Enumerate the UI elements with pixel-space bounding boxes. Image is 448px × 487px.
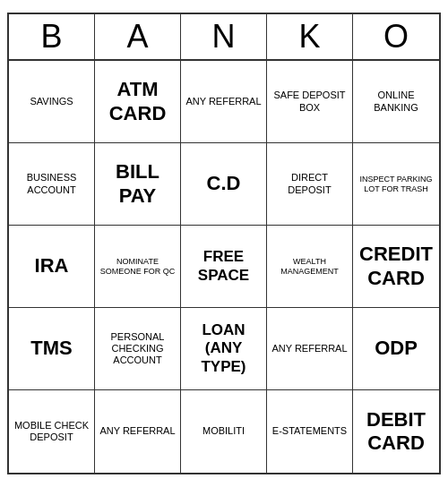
cell-text-1: ATM CARD bbox=[99, 78, 177, 125]
cell-text-6: BILL PAY bbox=[99, 160, 177, 208]
grid-cell-18: ANY REFERRAL bbox=[267, 308, 353, 390]
grid-cell-7: C.D bbox=[181, 143, 267, 226]
grid-cell-8: DIRECT DEPOSIT bbox=[267, 143, 353, 226]
bingo-card: BANKO SAVINGSATM CARDANY REFERRALSAFE DE… bbox=[7, 13, 441, 474]
grid-cell-23: E-STATEMENTS bbox=[267, 390, 353, 473]
grid-cell-14: CREDIT CARD bbox=[353, 226, 439, 308]
grid-cell-20: MOBILE CHECK DEPOSIT bbox=[9, 390, 95, 473]
header-cell-o: O bbox=[353, 14, 439, 59]
grid-cell-6: BILL PAY bbox=[95, 143, 181, 226]
cell-text-9: INSPECT PARKING LOT FOR TRASH bbox=[357, 175, 435, 194]
bingo-grid: SAVINGSATM CARDANY REFERRALSAFE DEPOSIT … bbox=[9, 61, 439, 473]
grid-cell-16: PERSONAL CHECKING ACCOUNT bbox=[95, 308, 181, 390]
header-cell-b: B bbox=[9, 14, 95, 59]
header-cell-n: N bbox=[181, 14, 267, 59]
cell-text-22: MOBILITI bbox=[202, 425, 245, 437]
grid-cell-22: MOBILITI bbox=[181, 390, 267, 473]
cell-text-2: ANY REFERRAL bbox=[185, 96, 261, 107]
grid-cell-3: SAFE DEPOSIT BOX bbox=[267, 61, 353, 143]
cell-text-17: LOAN (ANY TYPE) bbox=[185, 321, 263, 376]
grid-cell-19: ODP bbox=[353, 308, 439, 390]
cell-text-5: BUSINESS ACCOUNT bbox=[13, 172, 90, 195]
cell-text-0: SAVINGS bbox=[30, 96, 73, 107]
cell-text-23: E-STATEMENTS bbox=[272, 425, 347, 437]
grid-cell-11: NOMINATE SOMEONE FOR QC bbox=[95, 226, 181, 308]
cell-text-4: ONLINE BANKING bbox=[357, 90, 435, 113]
cell-text-15: TMS bbox=[30, 337, 72, 360]
cell-text-24: DEBIT CARD bbox=[357, 408, 435, 456]
cell-text-16: PERSONAL CHECKING ACCOUNT bbox=[99, 331, 177, 367]
grid-cell-0: SAVINGS bbox=[9, 61, 95, 143]
cell-text-12: FREE SPACE bbox=[185, 248, 263, 285]
cell-text-21: ANY REFERRAL bbox=[99, 425, 175, 437]
header-cell-k: K bbox=[267, 14, 353, 59]
grid-cell-10: IRA bbox=[9, 226, 95, 308]
cell-text-3: SAFE DEPOSIT BOX bbox=[271, 90, 349, 113]
cell-text-10: IRA bbox=[35, 254, 69, 278]
grid-cell-13: WEALTH MANAGEMENT bbox=[267, 226, 353, 308]
grid-cell-15: TMS bbox=[9, 308, 95, 390]
grid-cell-21: ANY REFERRAL bbox=[95, 390, 181, 473]
cell-text-18: ANY REFERRAL bbox=[271, 343, 347, 355]
grid-cell-24: DEBIT CARD bbox=[353, 390, 439, 473]
header-row: BANKO bbox=[9, 14, 439, 61]
grid-cell-12: FREE SPACE bbox=[181, 226, 267, 308]
grid-cell-17: LOAN (ANY TYPE) bbox=[181, 308, 267, 390]
cell-text-14: CREDIT CARD bbox=[357, 243, 435, 290]
cell-text-19: ODP bbox=[375, 337, 418, 360]
grid-cell-5: BUSINESS ACCOUNT bbox=[9, 143, 95, 226]
grid-cell-4: ONLINE BANKING bbox=[353, 61, 439, 143]
cell-text-20: MOBILE CHECK DEPOSIT bbox=[13, 420, 90, 443]
grid-cell-9: INSPECT PARKING LOT FOR TRASH bbox=[353, 143, 439, 226]
header-cell-a: A bbox=[95, 14, 181, 59]
cell-text-8: DIRECT DEPOSIT bbox=[271, 172, 349, 195]
grid-cell-2: ANY REFERRAL bbox=[181, 61, 267, 143]
grid-cell-1: ATM CARD bbox=[95, 61, 181, 143]
cell-text-11: NOMINATE SOMEONE FOR QC bbox=[99, 257, 177, 277]
cell-text-7: C.D bbox=[207, 172, 241, 195]
cell-text-13: WEALTH MANAGEMENT bbox=[271, 257, 349, 277]
